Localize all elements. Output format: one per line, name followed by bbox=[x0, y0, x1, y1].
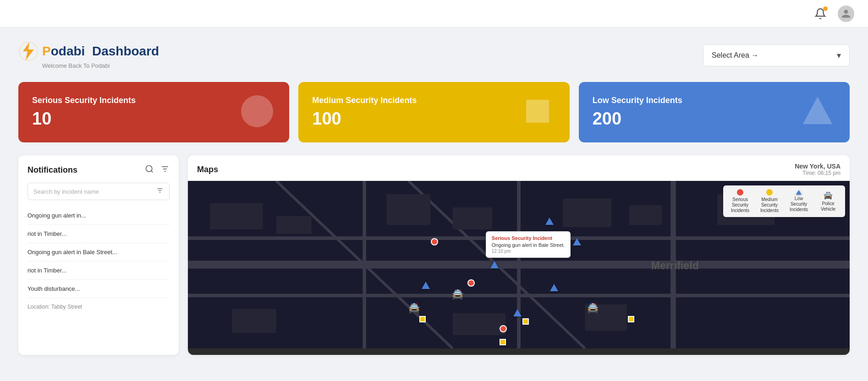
marker-police-2[interactable]: 🚔 bbox=[408, 302, 420, 314]
svg-point-2 bbox=[241, 95, 273, 127]
header-row: Podabi Dashboard Welcome Back To Podabi … bbox=[18, 41, 850, 69]
stat-low-value: 200 bbox=[593, 109, 682, 129]
stat-card-serious[interactable]: Serious Security Incidents 10 bbox=[18, 82, 289, 142]
svg-line-6 bbox=[151, 171, 153, 173]
serious-icon bbox=[239, 93, 275, 131]
svg-text:Merrifield: Merrifield bbox=[651, 260, 699, 272]
stat-serious-value: 10 bbox=[32, 109, 136, 129]
list-item[interactable]: Youth disturbance... bbox=[27, 280, 170, 298]
marker-low-5[interactable] bbox=[550, 284, 558, 291]
svg-line-20 bbox=[276, 181, 453, 348]
stat-card-medium[interactable]: Medium Security Incidents 100 bbox=[298, 82, 569, 142]
marker-low-3[interactable] bbox=[422, 282, 430, 289]
marker-police-3[interactable]: 🚔 bbox=[587, 302, 599, 314]
legend-medium: Medium Security Incidents bbox=[758, 189, 781, 213]
medium-icon bbox=[519, 93, 556, 131]
stat-medium-value: 100 bbox=[312, 109, 417, 129]
notif-list: Ongoing gun alert in... riot in Timber..… bbox=[27, 207, 170, 316]
notification-bell[interactable] bbox=[812, 5, 829, 22]
list-item[interactable]: Ongoing gun alert in Bale Street... bbox=[27, 243, 170, 261]
svg-rect-29 bbox=[232, 309, 276, 333]
map-title: Maps bbox=[197, 165, 218, 174]
map-container[interactable]: Merrifield Serious Security Incident Ong… bbox=[188, 181, 850, 355]
legend-medium-dot bbox=[766, 189, 773, 196]
svg-point-5 bbox=[146, 166, 152, 172]
brand-subtitle: Welcome Back To Podabi bbox=[42, 62, 159, 69]
area-select-text: Select Area → bbox=[712, 51, 758, 60]
marker-medium-1[interactable] bbox=[419, 316, 426, 322]
marker-low-4[interactable] bbox=[490, 261, 499, 268]
marker-low-2[interactable] bbox=[573, 238, 581, 245]
svg-rect-25 bbox=[453, 207, 493, 229]
legend-police-icon: 🚔 bbox=[824, 191, 833, 200]
brand-name: Podabi Dashboard bbox=[42, 44, 159, 59]
stat-medium-content: Medium Security Incidents 100 bbox=[312, 96, 417, 129]
search-icon[interactable] bbox=[145, 164, 154, 175]
legend-serious-dot bbox=[737, 189, 743, 196]
map-tooltip: Serious Security Incident Ongoing gun al… bbox=[486, 231, 571, 258]
area-select-dropdown[interactable]: Select Area → ▾ bbox=[703, 44, 850, 66]
svg-rect-3 bbox=[526, 100, 549, 123]
legend-serious: Serious Security Incidents bbox=[729, 189, 752, 213]
svg-rect-26 bbox=[563, 199, 611, 228]
marker-medium-4[interactable] bbox=[500, 339, 506, 345]
filter-icon[interactable] bbox=[160, 164, 170, 175]
tooltip-title: Serious Security Incident bbox=[492, 235, 565, 241]
logo-title: Podabi Dashboard bbox=[18, 41, 159, 61]
topbar bbox=[0, 0, 868, 27]
legend-police: 🚔 Police Vehicle bbox=[817, 191, 840, 212]
marker-serious-3[interactable] bbox=[500, 325, 507, 332]
svg-rect-24 bbox=[386, 194, 430, 225]
marker-police-1[interactable]: 🚔 bbox=[451, 288, 464, 300]
podabi-logo-icon bbox=[18, 41, 38, 61]
bottom-section: Notifications bbox=[18, 155, 850, 355]
map-location: New York, USA Time: 06:15 pm bbox=[795, 163, 841, 176]
list-item[interactable]: riot in Timber... bbox=[27, 261, 170, 280]
svg-marker-4 bbox=[803, 97, 832, 124]
legend-low-triangle bbox=[796, 190, 802, 195]
map-header: Maps New York, USA Time: 06:15 pm bbox=[188, 155, 850, 181]
list-item[interactable]: Ongoing gun alert in... bbox=[27, 207, 170, 225]
tooltip-description: Ongoing gun alert in Bale Street. bbox=[492, 242, 565, 248]
map-city: New York, USA bbox=[795, 163, 841, 170]
chevron-down-icon: ▾ bbox=[837, 50, 841, 60]
tooltip-time: 12:10 pm bbox=[492, 249, 565, 254]
notifications-panel: Notifications bbox=[18, 155, 179, 355]
stats-row: Serious Security Incidents 10 Medium Sec… bbox=[18, 82, 850, 142]
marker-medium-2[interactable] bbox=[522, 318, 529, 325]
marker-serious-2[interactable] bbox=[467, 279, 475, 287]
main-content: Podabi Dashboard Welcome Back To Podabi … bbox=[0, 27, 868, 369]
svg-rect-30 bbox=[453, 313, 506, 335]
svg-rect-22 bbox=[210, 203, 263, 229]
map-legend: Serious Security Incidents Medium Securi… bbox=[723, 185, 845, 217]
stat-low-content: Low Security Incidents 200 bbox=[593, 96, 682, 129]
stat-serious-content: Serious Security Incidents 10 bbox=[32, 96, 136, 129]
map-time: Time: 06:15 pm bbox=[795, 170, 841, 176]
notification-badge bbox=[823, 6, 828, 11]
search-input[interactable] bbox=[33, 188, 153, 195]
list-item-location[interactable]: Location: Tabby Street bbox=[27, 298, 170, 316]
notifications-header: Notifications bbox=[27, 164, 170, 175]
search-box[interactable] bbox=[27, 183, 170, 200]
marker-low-1[interactable] bbox=[545, 218, 554, 225]
notifications-title: Notifications bbox=[27, 165, 77, 175]
notif-header-icons bbox=[145, 164, 170, 175]
svg-rect-23 bbox=[276, 216, 312, 234]
stat-medium-label: Medium Security Incidents bbox=[312, 96, 417, 105]
marker-medium-3[interactable] bbox=[628, 316, 634, 322]
stat-low-label: Low Security Incidents bbox=[593, 96, 682, 105]
svg-rect-27 bbox=[629, 205, 662, 225]
legend-low: Low Security Incidents bbox=[787, 190, 810, 212]
low-icon bbox=[799, 93, 836, 131]
logo-area: Podabi Dashboard Welcome Back To Podabi bbox=[18, 41, 159, 69]
stat-serious-label: Serious Security Incidents bbox=[32, 96, 136, 105]
marker-low-6[interactable] bbox=[513, 309, 522, 316]
marker-serious-1[interactable] bbox=[431, 238, 438, 245]
map-panel: Maps New York, USA Time: 06:15 pm bbox=[188, 155, 850, 355]
list-item[interactable]: riot in Timber... bbox=[27, 225, 170, 243]
filter-icon-small[interactable] bbox=[156, 187, 164, 196]
svg-marker-0 bbox=[23, 42, 34, 60]
user-avatar[interactable] bbox=[838, 5, 854, 22]
stat-card-low[interactable]: Low Security Incidents 200 bbox=[579, 82, 850, 142]
